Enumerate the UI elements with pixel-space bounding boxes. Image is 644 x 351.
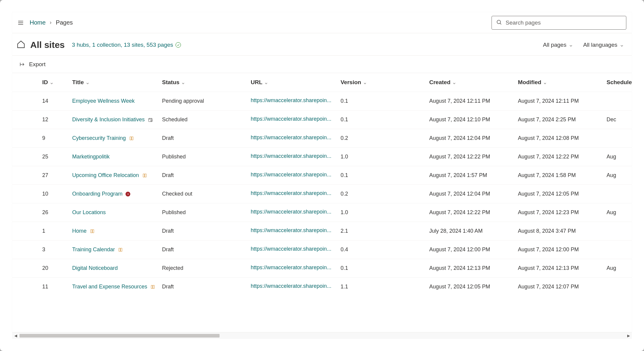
cell-modified: August 7, 2024 2:25 PM — [515, 111, 604, 129]
cell-url: https://wmaccelerator.sharepoin... — [248, 148, 338, 166]
page-url-link[interactable]: https://wmaccelerator.sharepoin... — [251, 209, 331, 215]
scrollbar-thumb[interactable] — [19, 334, 220, 338]
cell-select[interactable] — [12, 129, 39, 148]
table-row[interactable]: 1HomeDrafthttps://wmaccelerator.sharepoi… — [12, 222, 632, 240]
chevron-down-icon — [543, 80, 547, 84]
cell-version: 0.2 — [338, 185, 426, 203]
page-title-link[interactable]: Training Calendar — [72, 246, 115, 253]
cell-modified: August 7, 2024 12:07 PM — [515, 278, 604, 296]
title-bar: All sites 3 hubs, 1 collection, 13 sites… — [12, 33, 632, 56]
breadcrumb-home[interactable]: Home — [30, 19, 46, 26]
cell-select[interactable] — [12, 92, 39, 111]
page-title-link[interactable]: Home — [72, 228, 87, 234]
page-url-link[interactable]: https://wmaccelerator.sharepoin... — [251, 227, 331, 234]
top-bar: Home Pages — [12, 12, 632, 33]
page-title-link[interactable]: Digital Noticeboard — [72, 265, 118, 271]
cell-title: Marketingpolitik — [69, 148, 159, 166]
cell-select[interactable] — [12, 278, 39, 296]
column-created[interactable]: Created — [426, 73, 515, 92]
book-icon — [129, 136, 134, 141]
cell-version: 0.1 — [338, 92, 426, 111]
chevron-right-icon — [49, 21, 53, 25]
table-row[interactable]: 27Upcoming Office RelocationDrafthttps:/… — [12, 166, 632, 185]
table-row[interactable]: 25MarketingpolitikPublishedhttps://wmacc… — [12, 148, 632, 166]
column-version[interactable]: Version — [338, 73, 426, 92]
scroll-left-arrow[interactable]: ◀ — [12, 334, 19, 338]
cell-version: 0.1 — [338, 166, 426, 185]
page-url-link[interactable]: https://wmaccelerator.sharepoin... — [251, 153, 331, 159]
cell-select[interactable] — [12, 222, 39, 240]
cell-created: August 7, 2024 12:11 PM — [426, 92, 515, 111]
page-url-link[interactable]: https://wmaccelerator.sharepoin... — [251, 97, 331, 104]
table-row[interactable]: 26Our LocationsPublishedhttps://wmaccele… — [12, 203, 632, 222]
table-row[interactable]: 9Cybersecurity TrainingDrafthttps://wmac… — [12, 129, 632, 148]
column-status[interactable]: Status — [159, 73, 248, 92]
cell-modified: August 7, 2024 12:00 PM — [515, 240, 604, 259]
column-url[interactable]: URL — [248, 73, 338, 92]
table-wrap[interactable]: ID Title Status URL Version Created Modi… — [12, 73, 632, 332]
svg-point-3 — [497, 20, 501, 24]
column-title[interactable]: Title — [69, 73, 159, 92]
page-title-link[interactable]: Marketingpolitik — [72, 154, 110, 160]
cell-created: August 7, 2024 12:04 PM — [426, 185, 515, 203]
export-button[interactable]: Export — [18, 59, 47, 69]
cell-created: August 7, 2024 12:00 PM — [426, 240, 515, 259]
table-row[interactable]: 14Employee Wellness WeekPending approval… — [12, 92, 632, 111]
page-url-link[interactable]: https://wmaccelerator.sharepoin... — [251, 172, 331, 178]
horizontal-scrollbar[interactable]: ◀ ▶ — [12, 332, 632, 339]
page-url-link[interactable]: https://wmaccelerator.sharepoin... — [251, 283, 331, 289]
cell-select[interactable] — [12, 111, 39, 129]
page-title-link[interactable]: Cybersecurity Training — [72, 135, 126, 141]
page-title-link[interactable]: Onboarding Program — [72, 191, 123, 197]
hamburger-menu-icon[interactable] — [16, 18, 25, 28]
cell-select[interactable] — [12, 166, 39, 185]
cell-modified: August 7, 2024 12:11 PM — [515, 92, 604, 111]
cell-status: Published — [159, 203, 248, 222]
cell-scheduled — [604, 185, 632, 203]
page-url-link[interactable]: https://wmaccelerator.sharepoin... — [251, 246, 331, 252]
table-row[interactable]: 11Travel and Expense ResourcesDrafthttps… — [12, 278, 632, 296]
cell-url: https://wmaccelerator.sharepoin... — [248, 203, 338, 222]
cell-version: 2.1 — [338, 222, 426, 240]
table-row[interactable]: 20Digital NoticeboardRejectedhttps://wma… — [12, 259, 632, 278]
cell-status: Rejected — [159, 259, 248, 278]
column-select[interactable] — [12, 73, 39, 92]
filter-pages-dropdown[interactable]: All pages — [543, 42, 573, 48]
cell-title: Home — [69, 222, 159, 240]
page-url-link[interactable]: https://wmaccelerator.sharepoin... — [251, 264, 331, 271]
cell-url: https://wmaccelerator.sharepoin... — [248, 111, 338, 129]
cell-title: Onboarding Program — [69, 185, 159, 203]
cell-id: 26 — [39, 203, 69, 222]
cell-title: Upcoming Office Relocation — [69, 166, 159, 185]
cell-created: August 7, 2024 12:05 PM — [426, 278, 515, 296]
search-input[interactable] — [506, 19, 622, 26]
cell-created: August 7, 2024 12:22 PM — [426, 203, 515, 222]
cell-select[interactable] — [12, 203, 39, 222]
table-row[interactable]: 3Training CalendarDrafthttps://wmacceler… — [12, 240, 632, 259]
table-row[interactable]: 10Onboarding ProgramChecked outhttps://w… — [12, 185, 632, 203]
table-row[interactable]: 12Diversity & Inclusion InitiativesSched… — [12, 111, 632, 129]
cell-scheduled — [604, 92, 632, 111]
cell-title: Diversity & Inclusion Initiatives — [69, 111, 159, 129]
page-title-link[interactable]: Travel and Expense Resources — [72, 284, 147, 290]
page-url-link[interactable]: https://wmaccelerator.sharepoin... — [251, 116, 331, 122]
scroll-right-arrow[interactable]: ▶ — [625, 334, 632, 338]
page-url-link[interactable]: https://wmaccelerator.sharepoin... — [251, 134, 331, 141]
cell-url: https://wmaccelerator.sharepoin... — [248, 278, 338, 296]
page-title-link[interactable]: Our Locations — [72, 209, 106, 216]
page-title-link[interactable]: Employee Wellness Week — [72, 98, 134, 104]
page-url-link[interactable]: https://wmaccelerator.sharepoin... — [251, 190, 331, 196]
cell-select[interactable] — [12, 148, 39, 166]
scrollbar-track[interactable] — [19, 333, 625, 338]
cell-select[interactable] — [12, 185, 39, 203]
search-box[interactable] — [492, 16, 626, 30]
page-title-link[interactable]: Upcoming Office Relocation — [72, 172, 139, 178]
page-title-link[interactable]: Diversity & Inclusion Initiatives — [72, 117, 145, 123]
column-id[interactable]: ID — [39, 73, 69, 92]
cell-version: 0.1 — [338, 259, 426, 278]
column-scheduled[interactable]: Scheduled — [604, 73, 632, 92]
column-modified[interactable]: Modified — [515, 73, 604, 92]
filter-language-dropdown[interactable]: All languages — [583, 42, 624, 48]
cell-select[interactable] — [12, 259, 39, 278]
cell-select[interactable] — [12, 240, 39, 259]
